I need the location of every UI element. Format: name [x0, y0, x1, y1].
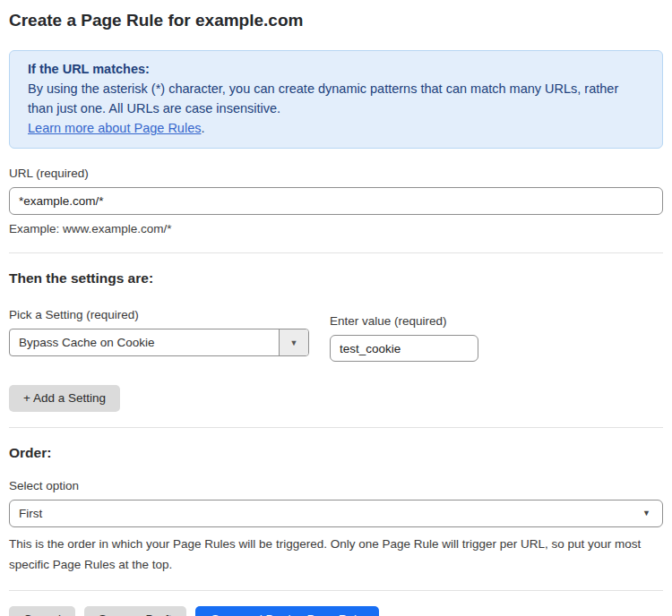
- info-box-link-line: Learn more about Page Rules.: [28, 118, 644, 138]
- footer-actions: Cancel Save as Draft Save and Deploy Pag…: [9, 606, 663, 616]
- info-box-body: By using the asterisk (*) character, you…: [28, 79, 644, 118]
- setting-select-value: Bypass Cache on Cookie: [10, 329, 279, 355]
- link-suffix: .: [201, 121, 204, 135]
- save-draft-button[interactable]: Save as Draft: [84, 606, 186, 616]
- order-help-text: This is the order in which your Page Rul…: [9, 534, 656, 575]
- section-divider: [9, 427, 663, 428]
- value-column: Enter value (required): [330, 314, 478, 362]
- url-label: URL (required): [9, 167, 663, 181]
- setting-column: Pick a Setting (required) Bypass Cache o…: [9, 308, 309, 356]
- url-example-text: Example: www.example.com/*: [9, 220, 663, 237]
- settings-heading: Then the settings are:: [9, 270, 663, 287]
- section-divider: [9, 590, 663, 591]
- settings-row: Pick a Setting (required) Bypass Cache o…: [9, 308, 663, 362]
- setting-value-input[interactable]: [330, 335, 478, 362]
- info-box-heading: If the URL matches:: [28, 59, 644, 79]
- value-label: Enter value (required): [330, 314, 478, 329]
- setting-label: Pick a Setting (required): [9, 308, 309, 322]
- save-deploy-button[interactable]: Save and Deploy Page Rule: [195, 606, 380, 616]
- order-select[interactable]: First ▼: [9, 500, 663, 527]
- url-input[interactable]: [9, 187, 663, 215]
- section-divider: [9, 252, 663, 253]
- learn-more-link[interactable]: Learn more about Page Rules: [28, 121, 201, 135]
- order-select-value: First: [19, 507, 42, 520]
- order-heading: Order:: [9, 444, 663, 461]
- cancel-button[interactable]: Cancel: [9, 606, 75, 616]
- chevron-down-icon: ▼: [642, 500, 650, 526]
- url-matches-info-box: If the URL matches: By using the asteris…: [9, 50, 663, 149]
- add-setting-button[interactable]: + Add a Setting: [9, 385, 120, 412]
- setting-select[interactable]: Bypass Cache on Cookie ▼: [9, 329, 309, 356]
- order-select-label: Select option: [9, 479, 663, 493]
- page-title: Create a Page Rule for example.com: [9, 10, 663, 30]
- dropdown-arrow-icon: ▼: [279, 329, 308, 355]
